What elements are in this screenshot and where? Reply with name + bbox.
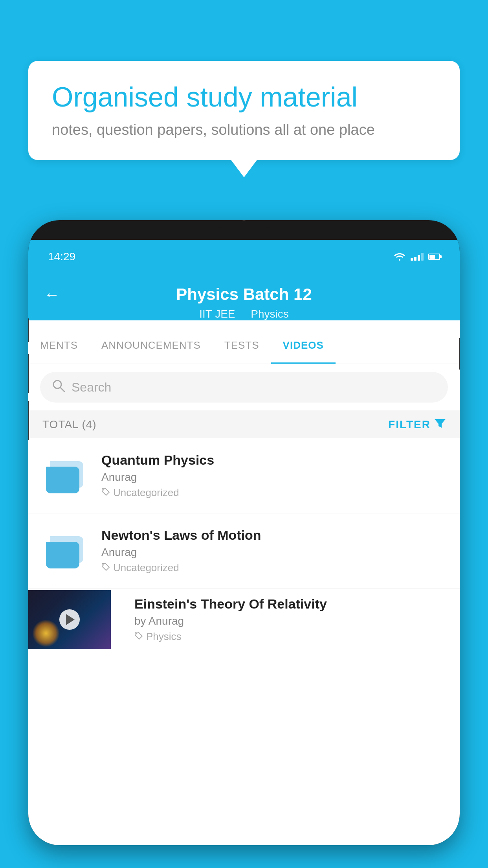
svg-marker-2 [435, 419, 446, 428]
list-item[interactable]: Quantum Physics Anurag Uncategorized [28, 438, 460, 513]
tag-icon [101, 487, 110, 499]
video-tag: Uncategorized [101, 487, 446, 499]
header-top: ← Physics Batch 12 [44, 285, 444, 304]
phone-container: 14:29 [28, 220, 460, 868]
status-time: 14:29 [48, 250, 75, 263]
app-header: ← Physics Batch 12 IIT JEE Physics [28, 273, 460, 320]
tab-videos[interactable]: VIDEOS [271, 328, 336, 364]
search-bar[interactable]: Search [40, 372, 448, 403]
wifi-icon [393, 252, 406, 261]
play-button-einstein[interactable] [59, 609, 80, 630]
header-subtitle-iit: IIT JEE [199, 308, 235, 320]
filter-button[interactable]: FILTER [388, 417, 446, 431]
status-icons [393, 252, 440, 261]
video-info-einstein: Einstein's Theory Of Relativity by Anura… [123, 588, 460, 651]
video-info-1: Quantum Physics Anurag Uncategorized [101, 452, 446, 499]
svg-line-1 [61, 388, 64, 392]
battery-icon [428, 254, 440, 260]
video-title-einstein: Einstein's Theory Of Relativity [134, 596, 448, 612]
video-author-einstein: by Anurag [134, 615, 448, 627]
video-author-2: Anurag [101, 546, 446, 559]
search-container: Search [28, 364, 460, 410]
phone-frame: 14:29 [28, 220, 460, 845]
phone-notch [205, 220, 283, 228]
video-thumbnail-einstein [28, 590, 111, 649]
folder-front-2 [46, 542, 79, 568]
search-icon [52, 379, 65, 395]
power-button [459, 338, 460, 370]
video-author: Anurag [101, 471, 446, 484]
mute-button [28, 318, 29, 342]
tag-text: Uncategorized [113, 487, 179, 499]
volume-up-button [28, 354, 29, 393]
tab-ments[interactable]: MENTS [28, 328, 90, 364]
back-button[interactable]: ← [44, 286, 60, 303]
front-camera [240, 220, 248, 221]
video-tag-einstein: Physics [134, 631, 448, 643]
signal-bar-3 [418, 255, 420, 261]
tab-announcements[interactable]: ANNOUNCEMENTS [90, 328, 213, 364]
battery-fill [429, 255, 435, 259]
search-placeholder: Search [72, 380, 111, 395]
double-folder-icon-2 [44, 532, 88, 570]
video-list: Quantum Physics Anurag Uncategorized [28, 438, 460, 651]
svg-point-4 [103, 565, 105, 566]
folder-thumbnail-2 [42, 531, 90, 570]
video-tag-2: Uncategorized [101, 562, 446, 574]
folder-front [46, 467, 79, 493]
video-info-2: Newton's Laws of Motion Anurag Uncategor… [101, 528, 446, 574]
tag-icon-2 [101, 562, 110, 574]
signal-bar-1 [411, 258, 413, 261]
folder-thumbnail-1 [42, 456, 90, 495]
header-title: Physics Batch 12 [176, 285, 312, 304]
filter-row: TOTAL (4) FILTER [28, 410, 460, 438]
total-count: TOTAL (4) [42, 418, 97, 431]
list-item[interactable]: Einstein's Theory Of Relativity by Anura… [28, 588, 460, 651]
bubble-subtitle: notes, question papers, solutions all at… [52, 121, 436, 138]
phone-screen: ← Physics Batch 12 IIT JEE Physics MENTS… [28, 273, 460, 845]
tab-bar: MENTS ANNOUNCEMENTS TESTS VIDEOS [28, 328, 460, 364]
filter-icon [435, 417, 446, 431]
play-triangle [66, 614, 75, 625]
filter-label: FILTER [388, 418, 431, 431]
tag-text-einstein: Physics [146, 631, 182, 643]
volume-down-button [28, 401, 29, 440]
signal-bar-2 [414, 257, 416, 261]
header-subtitle-physics: Physics [251, 308, 288, 320]
video-title-2: Newton's Laws of Motion [101, 528, 446, 543]
svg-point-5 [136, 633, 138, 634]
list-item[interactable]: Newton's Laws of Motion Anurag Uncategor… [28, 513, 460, 588]
signal-bars [411, 253, 424, 261]
status-bar: 14:29 [28, 240, 460, 273]
tab-tests[interactable]: TESTS [213, 328, 271, 364]
bubble-title: Organised study material [52, 81, 436, 114]
double-folder-icon [44, 457, 88, 495]
svg-point-3 [103, 489, 105, 491]
tag-icon-einstein [134, 631, 143, 643]
signal-bar-4 [421, 253, 424, 261]
einstein-glow [32, 620, 60, 647]
tag-text-2: Uncategorized [113, 562, 179, 574]
header-subtitle: IIT JEE Physics [44, 308, 444, 320]
speech-bubble: Organised study material notes, question… [28, 61, 460, 160]
video-title: Quantum Physics [101, 452, 446, 468]
